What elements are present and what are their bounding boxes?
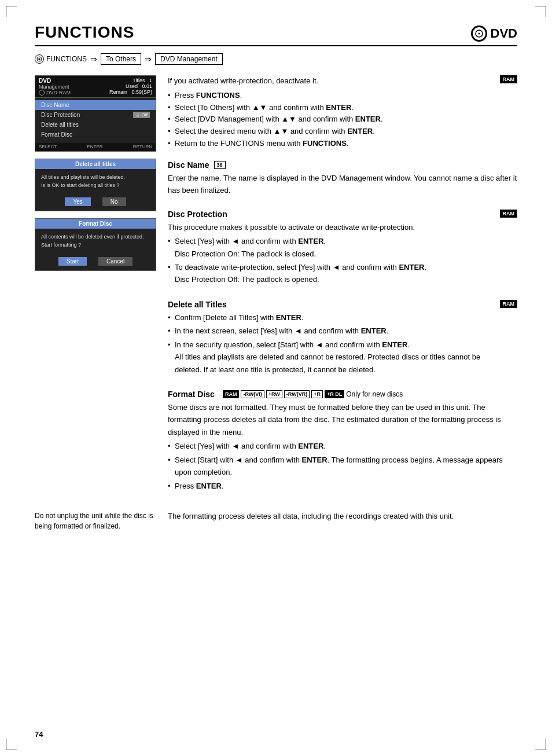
badge-rdl: +R DL [325, 390, 344, 398]
functions-icon [35, 54, 44, 64]
disc-name-title: Disc Name 36 [168, 160, 517, 170]
dvd-ui-subtitle: Management [39, 84, 71, 90]
dvd-ui-remain: Remain 0:59(SP) [109, 89, 152, 95]
breadcrumb-functions: FUNCTIONS [35, 54, 87, 64]
dvd-ui-disc-label: DVD-RAM [39, 90, 71, 96]
footer-select: SELECT [39, 144, 57, 149]
dvd-ui-stats: Titles 1 Used 0.01 Remain 0:59(SP) [109, 78, 152, 95]
format-disc-section: Format Disc RAM -RW(VI) +RW -RW(VR) +R +… [168, 390, 517, 492]
badge-rwvr: -RW(VR) [284, 390, 310, 398]
intro-step-2: Select [To Others] with ▲▼ and confirm w… [168, 102, 500, 114]
format-dialog-line2: Start formatting ? [41, 241, 150, 249]
dvd-menu-delete-all: Delete all titles [35, 120, 156, 130]
delete-all-body: Confirm [Delete all Titles] with ENTER. … [168, 311, 500, 376]
format-disc-steps: Select [Yes] with ◄ and confirm with ENT… [168, 440, 517, 492]
disc-name-text: Enter the name. The name is displayed in… [168, 172, 517, 197]
badge-rwrw: +RW [266, 390, 282, 398]
delete-all-ram-badge: RAM [500, 300, 518, 308]
corner-mark-br [535, 739, 546, 750]
intro-section: If you activated write-protection, deact… [168, 75, 517, 150]
dvd-ui-used: Used 0.01 [109, 83, 152, 89]
dvd-ui-titles: Titles 1 [109, 78, 152, 83]
disc-protection-title: Disc Protection [168, 210, 500, 219]
intro-text: If you activated write-protection, deact… [168, 75, 500, 87]
delete-step-1: Confirm [Delete all Titles] with ENTER. [168, 311, 500, 324]
delete-all-steps: Confirm [Delete all Titles] with ENTER. … [168, 311, 500, 376]
footer-enter: ENTER [87, 144, 102, 149]
delete-dialog-line1: All titles and playlists will be deleted… [41, 174, 150, 182]
delete-dialog: Delete all titles All titles and playlis… [35, 159, 156, 211]
format-step-1: Select [Yes] with ◄ and confirm with ENT… [168, 440, 517, 452]
breadcrumb-arrow1: ⇒ [90, 54, 97, 64]
intro-ram-badge: RAM [500, 75, 518, 83]
svg-rect-3 [137, 115, 139, 117]
breadcrumb-dvd-management: DVD Management [155, 53, 223, 65]
dvd-menu-format: Format Disc [35, 130, 156, 140]
disc-name-section: Disc Name 36 Enter the name. The name is… [168, 160, 517, 197]
disc-name-body: Enter the name. The name is displayed in… [168, 172, 517, 197]
disc-protection-ram-badge: RAM [500, 210, 518, 218]
format-dialog-body: All contents will be deleted even if pro… [35, 229, 156, 254]
format-disc-body: Some discs are not formatted. They must … [168, 401, 517, 492]
corner-mark-tr [535, 6, 546, 17]
dvd-ui-header: DVD Management DVD-RAM Titles 1 Used 0.0… [35, 76, 156, 98]
intro-step-1: Press FUNCTIONS. [168, 90, 500, 102]
dvd-management-ui: DVD Management DVD-RAM Titles 1 Used 0.0… [35, 75, 156, 152]
breadcrumb-to-others: To Others [101, 53, 141, 65]
format-disc-badges: RAM -RW(VI) +RW -RW(VR) +R +R DL Only fo… [223, 390, 403, 398]
delete-dialog-title: Delete all titles [35, 159, 156, 169]
corner-mark-bl [6, 739, 17, 750]
delete-step-3: In the security question, select [Start]… [168, 339, 500, 376]
left-column: DVD Management DVD-RAM Titles 1 Used 0.0… [35, 75, 156, 505]
intro-step-3: Select [DVD Management] with ▲▼ and conf… [168, 113, 500, 126]
delete-all-title: Delete all Titles [168, 300, 500, 309]
corner-mark-tl [6, 6, 17, 17]
dvd-ram-label: DVD-RAM [46, 90, 71, 96]
dvd-menu-disc-name: Disc Name [35, 100, 156, 110]
format-cancel-button[interactable]: Cancel [98, 257, 133, 266]
bottom-note: Do not unplug the unit while the disc is… [35, 511, 517, 531]
format-dialog: Format Disc All contents will be deleted… [35, 218, 156, 271]
format-dialog-buttons: Start Cancel [35, 254, 156, 270]
disc-protection-step-2: To deactivate write-protection, select [… [168, 261, 500, 286]
format-disc-title: Format Disc RAM -RW(VI) +RW -RW(VR) +R +… [168, 390, 517, 399]
disc-name-badge: 36 [214, 161, 226, 169]
dvd-logo: DVD [471, 25, 517, 42]
disc-icon [39, 90, 45, 96]
dvd-circle-icon [471, 25, 487, 42]
disc-protection-section: Disc Protection This procedure makes it … [168, 210, 517, 287]
badge-rwvi: -RW(VI) [241, 390, 264, 398]
intro-step-4: Select the desired menu with ▲▼ and conf… [168, 126, 500, 138]
svg-point-1 [478, 33, 480, 35]
disc-protection-intro: This procedure makes it possible to acti… [168, 221, 500, 233]
format-start-button[interactable]: Start [58, 257, 87, 266]
off-badge: Off [133, 112, 150, 118]
dvd-ui-menu: Disc Name Disc Protection Off Delete all… [35, 98, 156, 142]
delete-yes-button[interactable]: Yes [65, 197, 90, 206]
breadcrumb-functions-label: FUNCTIONS [46, 55, 87, 63]
intro-step-5: Return to the FUNCTIONS menu with FUNCTI… [168, 138, 500, 150]
badge-ram: RAM [223, 390, 240, 398]
badge-r: +R [311, 390, 323, 398]
disc-protection-steps: Select [Yes] with ◄ and confirm with ENT… [168, 235, 500, 286]
delete-step-2: In the next screen, select [Yes] with ◄ … [168, 325, 500, 337]
dvd-menu-disc-protection: Disc Protection Off [35, 110, 156, 120]
delete-dialog-line2: Is is OK to start deleting all titles ? [41, 182, 150, 190]
intro-steps: Press FUNCTIONS. Select [To Others] with… [168, 90, 500, 150]
footer-return: RETURN [133, 144, 152, 149]
page-title: FUNCTIONS [35, 23, 134, 42]
breadcrumb: FUNCTIONS ⇒ To Others ⇒ DVD Management [35, 53, 517, 65]
right-column: If you activated write-protection, deact… [168, 75, 517, 505]
dvd-text: DVD [491, 26, 517, 41]
format-dialog-line1: All contents will be deleted even if pro… [41, 233, 150, 241]
format-step-2: Select [Start] with ◄ and confirm with E… [168, 454, 517, 479]
disc-protection-step-1: Select [Yes] with ◄ and confirm with ENT… [168, 235, 500, 260]
page-number: 74 [35, 730, 43, 739]
delete-dialog-buttons: Yes No [35, 194, 156, 211]
main-content: DVD Management DVD-RAM Titles 1 Used 0.0… [35, 75, 517, 505]
delete-no-button[interactable]: No [102, 197, 126, 206]
delete-all-section: Delete all Titles Confirm [Delete all Ti… [168, 300, 517, 377]
dvd-ui-title: DVD [39, 78, 71, 84]
delete-dialog-body: All titles and playlists will be deleted… [35, 169, 156, 194]
format-dialog-title: Format Disc [35, 219, 156, 229]
